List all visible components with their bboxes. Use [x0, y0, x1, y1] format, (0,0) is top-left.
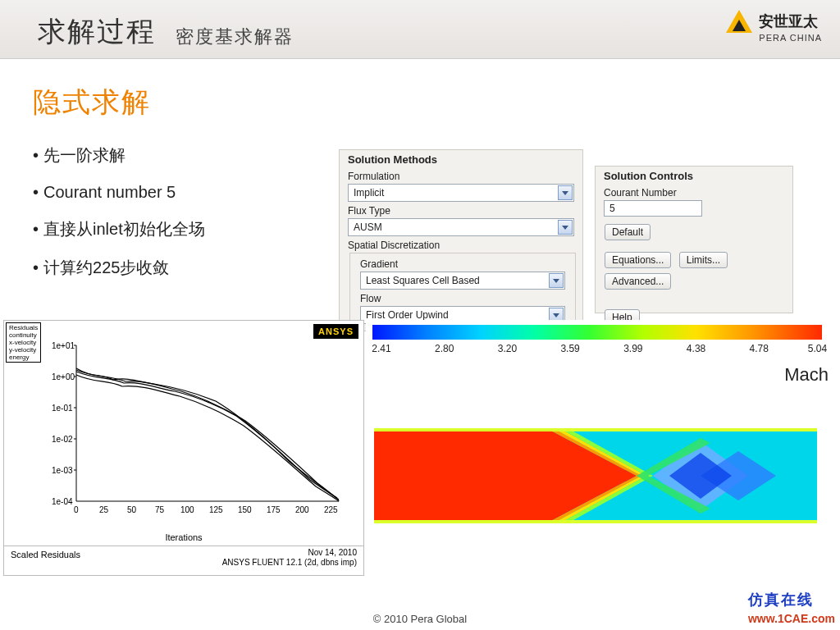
limits-button[interactable]: Limits... — [679, 252, 728, 268]
select-value: AUSM — [354, 221, 382, 233]
flow-label: Flow — [360, 293, 573, 304]
svg-text:125: 125 — [209, 505, 223, 514]
tick: 2.80 — [435, 343, 454, 354]
watermark-url: www.1CAE.com — [748, 612, 835, 625]
mach-contour-svg — [374, 428, 817, 523]
page-subtitle: 密度基求解器 — [176, 25, 294, 49]
bullet-item: 直接从inlet初始化全场 — [33, 218, 312, 240]
chevron-down-icon — [558, 220, 573, 235]
tick: 4.38 — [687, 343, 705, 354]
svg-text:75: 75 — [155, 505, 165, 514]
select-value: Least Squares Cell Based — [366, 275, 480, 286]
advanced-button[interactable]: Advanced... — [605, 273, 671, 290]
residuals-chart: Residuals continuity x-velocity y-veloci… — [3, 320, 364, 576]
chevron-down-icon — [549, 273, 564, 288]
gradient-select[interactable]: Least Squares Cell Based — [360, 272, 565, 290]
mach-label: Mach — [784, 364, 829, 386]
svg-rect-29 — [374, 520, 817, 523]
bullet-item: 计算约225步收敛 — [33, 257, 312, 279]
watermark-cn: 仿真在线 — [748, 591, 814, 608]
svg-text:1e-02: 1e-02 — [52, 435, 73, 444]
solution-methods-panel: Solution Methods Formulation Implicit Fl… — [339, 149, 583, 328]
svg-text:200: 200 — [295, 505, 309, 514]
svg-rect-28 — [374, 428, 817, 431]
solution-controls-panel: Solution Controls Courant Number 5 Defau… — [595, 166, 793, 313]
brand-name-en: PERA CHINA — [759, 33, 822, 43]
select-value: Implicit — [354, 187, 384, 199]
spatial-discretization-label: Spatial Discretization — [348, 240, 582, 251]
footer-left: Scaled Residuals — [11, 550, 80, 559]
panel-title: Solution Methods — [348, 153, 582, 166]
legend-item: y-velocity — [9, 346, 38, 354]
left-column: 隐式求解 先一阶求解 Courant number 5 直接从inlet初始化全… — [33, 84, 312, 279]
svg-text:1e-04: 1e-04 — [52, 497, 73, 506]
section-heading: 隐式求解 — [33, 84, 312, 121]
input-value: 5 — [609, 203, 615, 214]
svg-text:0: 0 — [74, 505, 79, 514]
residuals-legend: Residuals continuity x-velocity y-veloci… — [6, 322, 41, 363]
legend-item: continuity — [9, 331, 38, 339]
colorbar — [372, 325, 822, 340]
slide-footer: © 2010 Pera Global — [0, 613, 840, 625]
svg-text:100: 100 — [180, 505, 194, 514]
brand-logo: 安世亚太 PERA CHINA — [726, 10, 822, 43]
svg-text:150: 150 — [238, 505, 252, 514]
default-button[interactable]: Default — [605, 224, 651, 240]
gradient-label: Gradient — [360, 258, 573, 270]
tick: 5.04 — [808, 343, 827, 354]
page-title: 求解过程 — [38, 13, 156, 51]
courant-number-label: Courant Number — [604, 187, 792, 199]
svg-text:1e-01: 1e-01 — [52, 404, 73, 413]
residuals-plot-svg: 1e+01 1e+00 1e-01 1e-02 1e-03 1e-04 0 25… — [52, 337, 347, 524]
svg-text:1e-03: 1e-03 — [52, 466, 73, 475]
courant-number-input[interactable]: 5 — [604, 200, 702, 217]
svg-text:225: 225 — [324, 505, 338, 514]
triangle-icon — [726, 10, 752, 33]
charts-row: Residuals continuity x-velocity y-veloci… — [0, 318, 840, 589]
flux-type-select[interactable]: AUSM — [348, 218, 574, 236]
mach-contour-panel: 2.41 2.80 3.20 3.59 3.99 4.38 4.78 5.04 … — [366, 320, 838, 576]
bullet-list: 先一阶求解 Courant number 5 直接从inlet初始化全场 计算约… — [33, 144, 312, 279]
footer-date: Nov 14, 2010 — [222, 548, 357, 558]
equations-button[interactable]: Equations... — [605, 252, 671, 268]
svg-text:25: 25 — [99, 505, 109, 514]
watermark-bottom: 仿真在线 www.1CAE.com — [748, 590, 835, 627]
formulation-select[interactable]: Implicit — [348, 184, 574, 202]
tick: 4.78 — [750, 343, 769, 354]
brand-name-cn: 安世亚太 — [759, 11, 818, 31]
tick: 3.59 — [560, 343, 579, 354]
svg-text:1e+01: 1e+01 — [52, 341, 75, 350]
svg-text:1e+00: 1e+00 — [52, 372, 75, 381]
tick: 2.41 — [372, 343, 390, 354]
legend-item: energy — [9, 354, 38, 361]
formulation-label: Formulation — [348, 171, 582, 182]
panel-title: Solution Controls — [604, 170, 792, 182]
tick: 3.99 — [623, 343, 642, 354]
content-area: 隐式求解 先一阶求解 Courant number 5 直接从inlet初始化全… — [0, 59, 840, 304]
chart-footer: Scaled Residuals Nov 14, 2010 ANSYS FLUE… — [4, 546, 363, 575]
flux-type-label: Flux Type — [348, 205, 582, 217]
x-axis-label: Iterations — [4, 532, 363, 542]
footer-version: ANSYS FLUENT 12.1 (2d, dbns imp) — [222, 558, 357, 568]
tick: 3.20 — [498, 343, 517, 354]
chevron-down-icon — [558, 185, 573, 200]
slide-header: 求解过程 密度基求解器 安世亚太 PERA CHINA — [0, 0, 840, 59]
legend-item: x-velocity — [9, 339, 38, 346]
legend-title: Residuals — [9, 324, 38, 331]
bullet-item: Courant number 5 — [33, 183, 312, 202]
bullet-item: 先一阶求解 — [33, 144, 312, 167]
svg-text:175: 175 — [267, 505, 281, 514]
svg-text:50: 50 — [127, 505, 137, 514]
